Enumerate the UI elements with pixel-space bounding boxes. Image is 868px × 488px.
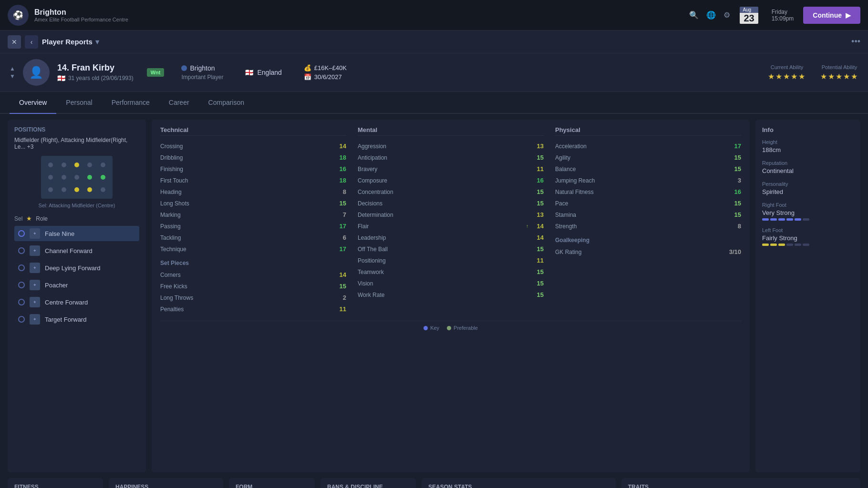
role-item-poacher[interactable]: ✦ Poacher [14, 277, 139, 293]
role-item-deep-lying-forward[interactable]: ✦ Deep Lying Forward [14, 260, 139, 275]
season-stats-card: Season Stats 👕 Appearances ⚽ Goals 📊 Ave… [422, 478, 616, 488]
foot-pip [762, 218, 769, 221]
club-logo: ⚽ [8, 5, 29, 26]
breadcrumb-arrow: ▾ [95, 38, 99, 46]
player-status: Important Player [181, 74, 223, 81]
set-pieces-title: Set Pieces [160, 260, 346, 266]
role-item-target-forward[interactable]: ✦ Target Forward [14, 312, 139, 327]
attr-flair: Flair ↑ 14 [358, 221, 544, 232]
attr-first-touch: First Touch18 [160, 175, 346, 186]
ability-block: Current Ability ★★★★★ Potential Ability … [768, 64, 858, 81]
club-icon: ⚽ [13, 10, 23, 20]
club-circle-icon [181, 65, 187, 71]
continue-button[interactable]: Continue ▶ [803, 7, 860, 24]
attr-corners: Corners14 [160, 269, 346, 281]
settings-icon[interactable]: ⚙ [723, 10, 730, 20]
pitch-label: Sel: Attacking Midfielder (Centre) [14, 203, 139, 208]
tab-personal[interactable]: Personal [56, 92, 102, 114]
role-item-false-nine[interactable]: ✦ False Nine [14, 226, 139, 241]
nation-flag: 🏴󠁧󠁢󠁥󠁮󠁧󠁿 [57, 74, 65, 82]
foot-pip [795, 218, 801, 221]
legend-bar: Key Preferable [160, 321, 741, 331]
attr-composure: Composure16 [358, 175, 544, 186]
current-ability-col: Current Ability ★★★★★ [768, 64, 806, 81]
tab-career[interactable]: Career [159, 92, 199, 114]
player-header: ▲ ▼ 👤 14. Fran Kirby 🏴󠁧󠁢󠁥󠁮󠁧󠁿 31 years ol… [0, 53, 868, 92]
role-name: Centre Forward [45, 299, 88, 306]
foot-pip [770, 244, 777, 246]
player-name-block: 14. Fran Kirby 🏴󠁧󠁢󠁥󠁮󠁧󠁿 31 years old (29/… [57, 63, 134, 82]
attr-dribbling: Dribbling18 [160, 152, 346, 163]
attr-acceleration: Acceleration17 [555, 141, 741, 152]
player-club-block: Brighton Important Player [181, 64, 223, 81]
traits-card: Traits No player traits Work in Progress [621, 478, 860, 488]
role-radio [18, 230, 25, 237]
close-button[interactable]: ✕ [8, 35, 21, 49]
player-nation-block: 🏴󠁧󠁢󠁥󠁮󠁧󠁿 England [245, 69, 281, 76]
attr-agility: Agility15 [555, 152, 741, 163]
attr-gk-rating: GK Rating3/10 [555, 246, 741, 258]
pitch-dot-active [87, 175, 92, 180]
globe-icon[interactable]: 🌐 [706, 10, 716, 20]
attr-marking: Marking7 [160, 209, 346, 221]
attr-balance: Balance15 [555, 163, 741, 175]
tab-performance[interactable]: Performance [102, 92, 159, 114]
pitch-dot-active [74, 187, 79, 192]
info-reputation: Reputation Continental [762, 160, 854, 174]
attr-stamina: Stamina15 [555, 209, 741, 221]
tab-overview[interactable]: Overview [10, 92, 56, 114]
player-expand[interactable]: ▲ ▼ [10, 65, 15, 80]
attr-finishing: Finishing16 [160, 163, 346, 175]
pref-dot [447, 326, 451, 330]
potential-ability-col: Potential Ability ★★★★★ [820, 64, 858, 81]
foot-pip [803, 244, 809, 246]
role-item-centre-forward[interactable]: ✦ Centre Forward [14, 295, 139, 310]
main-content: Positions Midfielder (Right), Attacking … [0, 114, 868, 478]
attr-work-rate: Work Rate15 [358, 289, 544, 301]
role-icon: ✦ [30, 245, 40, 256]
player-meta: 🏴󠁧󠁢󠁥󠁮󠁧󠁿 31 years old (29/06/1993) [57, 74, 134, 82]
role-radio [18, 282, 25, 288]
flair-arrow: ↑ [526, 224, 528, 229]
role-name: Target Forward [45, 316, 86, 323]
breadcrumb-title: Player Reports ▾ [42, 38, 99, 46]
player-number-name: 14. Fran Kirby [57, 63, 134, 73]
attr-anticipation: Anticipation15 [358, 152, 544, 163]
player-avatar: 👤 [23, 59, 50, 86]
foot-pip [778, 244, 785, 246]
arrow-right-icon: ▶ [846, 11, 851, 19]
attr-pace: Pace15 [555, 198, 741, 209]
role-icon: ✦ [30, 280, 40, 290]
more-options-button[interactable]: ••• [851, 37, 860, 47]
pitch-dot [48, 175, 53, 180]
attr-crossing: Crossing14 [160, 141, 346, 152]
pitch-dot [101, 187, 105, 192]
foot-pip [786, 244, 793, 246]
sel-star: ★ [26, 215, 32, 222]
role-item-channel-forward[interactable]: ✦ Channel Forward [14, 243, 139, 258]
attr-jumping-reach: Jumping Reach3 [555, 175, 741, 186]
attr-tackling: Tackling6 [160, 232, 346, 244]
role-radio [18, 264, 25, 271]
attr-passing: Passing17 [160, 221, 346, 232]
foot-pip [795, 244, 801, 246]
role-icon: ✦ [30, 297, 40, 307]
sel-bar: Sel ★ Role [14, 215, 139, 222]
bans-card: Bans & Discipline No discipline concerns… [320, 478, 416, 488]
attr-off-the-ball: Off The Ball15 [358, 244, 544, 255]
right-panel: Info Height 188cm Reputation Continental… [755, 120, 860, 472]
pitch-dot-active [74, 163, 79, 167]
tab-comparison[interactable]: Comparison [199, 92, 254, 114]
technical-title: Technical [160, 126, 346, 136]
back-button[interactable]: ‹ [25, 35, 38, 49]
info-title: Info [762, 126, 854, 133]
search-icon[interactable]: 🔍 [689, 10, 699, 20]
calendar-icon: 📅 [304, 73, 311, 81]
info-height: Height 188cm [762, 139, 854, 153]
foot-pip [770, 218, 777, 221]
role-name: Deep Lying Forward [45, 264, 101, 272]
role-icon: ✦ [30, 263, 40, 273]
role-name: False Nine [45, 230, 74, 237]
attr-technique: Technique17 [160, 244, 346, 255]
attr-concentration: Concentration15 [358, 186, 544, 198]
